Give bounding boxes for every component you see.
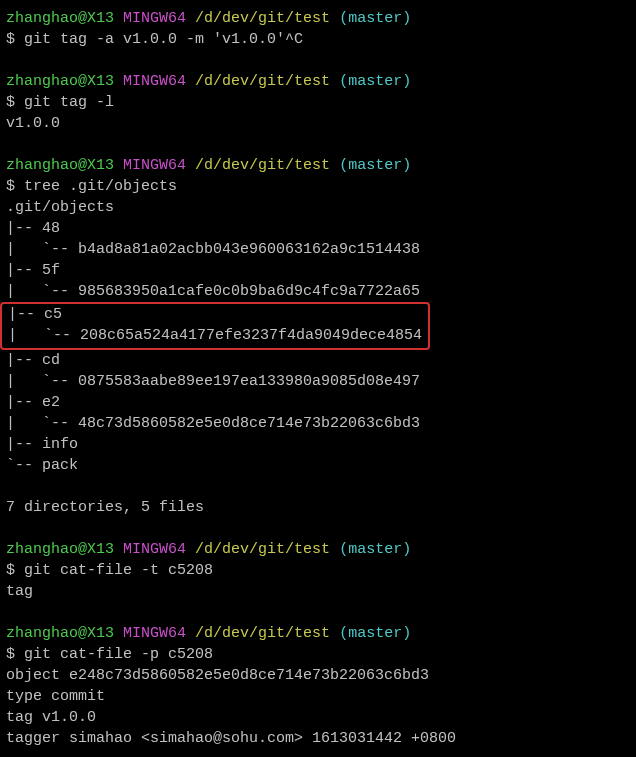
tree-line: |-- 5f [6, 260, 630, 281]
tree-line: | `-- 48c73d5860582e5e0d8ce714e73b22063c… [6, 413, 630, 434]
blank-line [6, 602, 630, 623]
tree-line: |-- 48 [6, 218, 630, 239]
prompt-user: zhanghao@X13 [6, 541, 114, 558]
command-text: git tag -l [24, 94, 114, 111]
prompt-path: /d/dev/git/test [195, 541, 330, 558]
output-line: type commit [6, 686, 630, 707]
tree-line-prefix: | `-- [8, 327, 80, 344]
prompt-env: MINGW64 [123, 10, 186, 27]
tree-line-content: c5 [44, 306, 62, 323]
command-line[interactable]: $ git cat-file -p c5208 [6, 644, 630, 665]
command-text: tree .git/objects [24, 178, 177, 195]
prompt-user: zhanghao@X13 [6, 73, 114, 90]
tree-line: |-- e2 [6, 392, 630, 413]
prompt-user: zhanghao@X13 [6, 625, 114, 642]
output-line: v1.0.0 [6, 113, 630, 134]
prompt-path: /d/dev/git/test [195, 625, 330, 642]
prompt-symbol: $ [6, 94, 24, 111]
prompt-branch: (master) [339, 541, 411, 558]
tree-line: | `-- b4ad8a81a02acbb043e960063162a9c151… [6, 239, 630, 260]
prompt-user: zhanghao@X13 [6, 10, 114, 27]
output-line: tagger simahao <simahao@sohu.com> 161303… [6, 728, 630, 749]
command-line[interactable]: $ git tag -a v1.0.0 -m 'v1.0.0'^C [6, 29, 630, 50]
command-line[interactable]: $ tree .git/objects [6, 176, 630, 197]
prompt-line: zhanghao@X13 MINGW64 /d/dev/git/test (ma… [6, 8, 630, 29]
prompt-line: zhanghao@X13 MINGW64 /d/dev/git/test (ma… [6, 71, 630, 92]
prompt-symbol: $ [6, 562, 24, 579]
blank-line [6, 134, 630, 155]
prompt-path: /d/dev/git/test [195, 10, 330, 27]
prompt-env: MINGW64 [123, 73, 186, 90]
prompt-path: /d/dev/git/test [195, 73, 330, 90]
prompt-env: MINGW64 [123, 541, 186, 558]
tree-summary: 7 directories, 5 files [6, 497, 630, 518]
command-text: git cat-file -t c5208 [24, 562, 213, 579]
command-line[interactable]: $ git cat-file -t c5208 [6, 560, 630, 581]
output-line: tag [6, 581, 630, 602]
prompt-branch: (master) [339, 73, 411, 90]
tree-line-content: 208c65a524a4177efe3237f4da9049dece4854 [80, 327, 422, 344]
prompt-line: zhanghao@X13 MINGW64 /d/dev/git/test (ma… [6, 155, 630, 176]
tree-line: |-- info [6, 434, 630, 455]
highlight-box: |-- c5| `-- 208c65a524a4177efe3237f4da90… [6, 302, 630, 350]
output-line: tag v1.0.0 [6, 707, 630, 728]
tree-line-prefix: |-- [8, 306, 44, 323]
prompt-env: MINGW64 [123, 625, 186, 642]
tree-line: | `-- 0875583aabe89ee197ea133980a9085d08… [6, 371, 630, 392]
blank-line [6, 749, 630, 757]
prompt-user: zhanghao@X13 [6, 157, 114, 174]
prompt-env: MINGW64 [123, 157, 186, 174]
prompt-symbol: $ [6, 646, 24, 663]
command-text: git cat-file -p c5208 [24, 646, 213, 663]
prompt-branch: (master) [339, 625, 411, 642]
blank-line [6, 50, 630, 71]
prompt-branch: (master) [339, 10, 411, 27]
prompt-branch: (master) [339, 157, 411, 174]
prompt-symbol: $ [6, 31, 24, 48]
prompt-line: zhanghao@X13 MINGW64 /d/dev/git/test (ma… [6, 623, 630, 644]
command-text: git tag -a v1.0.0 -m 'v1.0.0'^C [24, 31, 303, 48]
tree-line: | `-- 985683950a1cafe0c0b9ba6d9c4fc9a772… [6, 281, 630, 302]
tree-root: .git/objects [6, 197, 630, 218]
output-line: object e248c73d5860582e5e0d8ce714e73b220… [6, 665, 630, 686]
prompt-symbol: $ [6, 178, 24, 195]
blank-line [6, 518, 630, 539]
prompt-path: /d/dev/git/test [195, 157, 330, 174]
tree-line: |-- cd [6, 350, 630, 371]
tree-line: `-- pack [6, 455, 630, 476]
blank-line [6, 476, 630, 497]
command-line[interactable]: $ git tag -l [6, 92, 630, 113]
prompt-line: zhanghao@X13 MINGW64 /d/dev/git/test (ma… [6, 539, 630, 560]
